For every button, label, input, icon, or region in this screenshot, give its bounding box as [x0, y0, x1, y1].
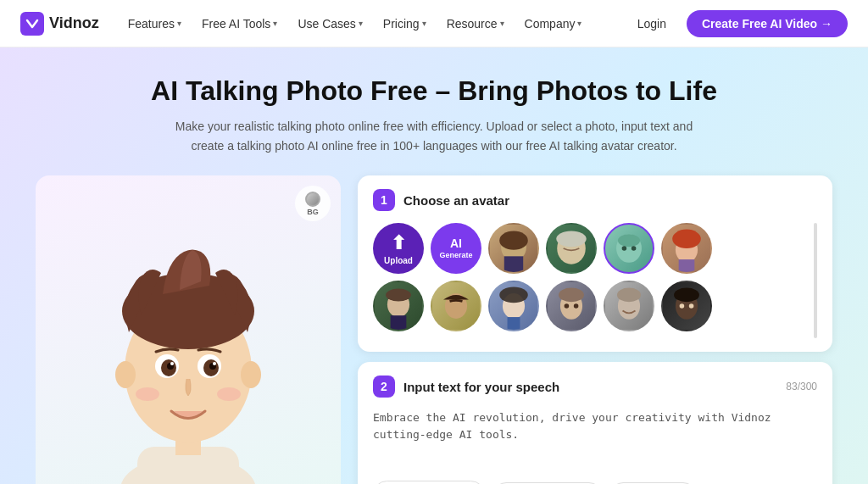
svg-point-5 [115, 361, 136, 388]
step2-header: 2 Input text for your speech 83/300 [373, 376, 817, 398]
speech-textarea[interactable] [373, 409, 817, 469]
nav-company[interactable]: Company ▾ [516, 12, 591, 36]
chevron-down-icon: ▾ [422, 19, 426, 28]
step1-number: 1 [373, 189, 395, 211]
avatar-generate-button[interactable]: AI Generate [431, 223, 481, 274]
avatar-item-10[interactable] [661, 281, 712, 331]
svg-point-37 [559, 288, 584, 303]
svg-point-21 [556, 231, 586, 248]
nav-free-ai-tools[interactable]: Free AI Tools ▾ [193, 12, 286, 36]
avatar-item-9[interactable] [604, 281, 654, 331]
chevron-down-icon: ▾ [500, 19, 504, 28]
step2-number: 2 [373, 376, 395, 398]
svg-point-6 [241, 361, 261, 388]
controls-row: 🇺🇸 English(US) ▾ 🎤 Christopher ▾ 😊 Norma… [373, 481, 817, 484]
svg-point-27 [672, 230, 701, 248]
svg-point-43 [674, 288, 699, 303]
step1-header: 1 Choose an avatar [373, 189, 817, 211]
svg-point-18 [499, 231, 528, 250]
navbar: Vidnoz Features ▾ Free AI Tools ▾ Use Ca… [0, 0, 868, 47]
avatar-item-7[interactable] [488, 281, 539, 331]
logo-text: Vidnoz [49, 14, 99, 32]
svg-point-16 [217, 387, 241, 401]
svg-point-15 [136, 387, 159, 401]
svg-point-24 [622, 246, 627, 251]
avatar-item-3[interactable] [604, 223, 654, 274]
nav-items: Features ▾ Free AI Tools ▾ Use Cases ▾ P… [120, 12, 607, 36]
svg-point-25 [632, 246, 637, 251]
char-count: 83/300 [786, 381, 817, 392]
nav-resource[interactable]: Resource ▾ [438, 12, 513, 36]
step2-title: Input text for your speech [403, 380, 559, 394]
chevron-down-icon: ▾ [359, 19, 363, 28]
main-content: BG Vidnoz 1 Choose an avatar [36, 175, 832, 484]
svg-point-39 [574, 303, 579, 309]
svg-point-23 [618, 234, 640, 247]
step1-card: 1 Choose an avatar ⬆ Upload [358, 175, 832, 352]
login-button[interactable]: Login [627, 12, 676, 36]
avatar-item-1[interactable] [488, 223, 539, 274]
avatar-item-5[interactable] [373, 281, 424, 331]
create-video-button[interactable]: Create Free AI Video → [687, 10, 848, 37]
svg-point-34 [499, 287, 528, 303]
avatar-row-1: ⬆ Upload AI Generate [373, 223, 807, 274]
step1-title: Choose an avatar [403, 193, 509, 208]
avatar-upload-button[interactable]: ⬆ Upload [373, 223, 424, 274]
svg-point-13 [170, 362, 174, 365]
avatar-row-2 [373, 281, 807, 331]
svg-point-41 [617, 288, 641, 303]
nav-features[interactable]: Features ▾ [120, 12, 190, 36]
hero-section: AI Talking Photo Free – Bring Photos to … [0, 47, 868, 484]
avatar-rows: ⬆ Upload AI Generate [373, 223, 807, 338]
logo[interactable]: Vidnoz [20, 12, 99, 36]
page-title: AI Talking Photo Free – Bring Photos to … [20, 75, 848, 107]
right-panel: 1 Choose an avatar ⬆ Upload [358, 175, 832, 484]
chevron-down-icon: ▾ [273, 19, 277, 28]
avatar-preview-panel: BG Vidnoz [36, 175, 341, 484]
logo-icon [20, 12, 44, 36]
svg-point-45 [689, 303, 694, 309]
svg-point-30 [386, 289, 411, 302]
avatar-item-4[interactable] [661, 223, 712, 274]
avatar-scrollbar[interactable] [814, 223, 817, 338]
avatar-preview-image [36, 175, 341, 484]
svg-point-38 [565, 303, 570, 309]
svg-rect-28 [679, 259, 695, 272]
chevron-down-icon: ▾ [177, 19, 181, 28]
bg-label: BG [307, 208, 319, 216]
nav-right: Login Create Free AI Video → [627, 10, 848, 37]
chevron-down-icon: ▾ [577, 19, 581, 28]
language-dropdown[interactable]: 🇺🇸 English(US) ▾ [373, 481, 485, 484]
svg-point-44 [680, 303, 685, 309]
svg-point-14 [213, 362, 216, 365]
bg-button[interactable]: BG [295, 186, 331, 221]
svg-rect-31 [391, 315, 407, 330]
avatar-item-6[interactable] [431, 281, 481, 331]
bg-circle-icon [305, 192, 320, 207]
upload-icon: ⬆ [391, 232, 406, 254]
svg-rect-35 [508, 317, 520, 330]
avatar-item-2[interactable] [546, 223, 597, 274]
avatar-item-8[interactable] [546, 281, 597, 331]
nav-use-cases[interactable]: Use Cases ▾ [289, 12, 370, 36]
svg-rect-19 [504, 257, 523, 273]
ai-label: AI [450, 237, 462, 249]
avatar-grid-wrapper: ⬆ Upload AI Generate [373, 223, 817, 338]
step2-card: 2 Input text for your speech 83/300 🇺🇸 E… [358, 362, 832, 484]
hero-subtitle: Make your realistic talking photo online… [171, 117, 697, 155]
nav-pricing[interactable]: Pricing ▾ [375, 12, 435, 36]
